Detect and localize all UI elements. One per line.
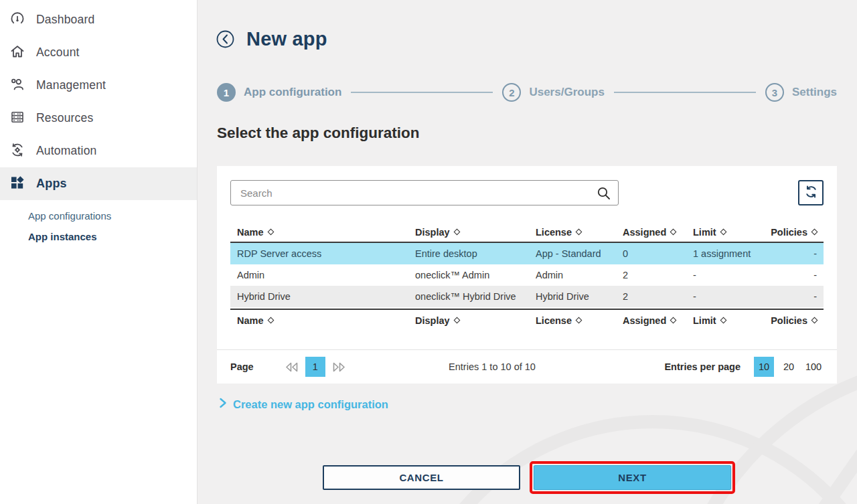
gauge-icon	[9, 11, 25, 29]
next-button[interactable]: NEXT	[534, 465, 731, 490]
step-settings[interactable]: 3 Settings	[765, 83, 837, 102]
step-number: 3	[765, 83, 784, 102]
sidebar-item-automation[interactable]: Automation	[0, 135, 197, 167]
sort-icon	[720, 317, 726, 324]
page-header: New app	[216, 28, 327, 50]
sort-icon	[670, 317, 677, 324]
create-new-app-configuration-link[interactable]: Create new app configuration	[218, 396, 388, 412]
cell-assigned: 0	[616, 248, 686, 259]
cancel-button[interactable]: CANCEL	[323, 465, 520, 490]
automation-icon	[9, 142, 25, 161]
column-header-assigned[interactable]: Assigned	[616, 227, 686, 238]
table-row-rdp-server-access[interactable]: RDP Server access Entire desktop App - S…	[230, 243, 824, 264]
sidebar-item-apps[interactable]: Apps	[0, 167, 197, 200]
cell-policies: -	[763, 248, 824, 259]
step-users-groups[interactable]: 2 Users/Groups	[502, 83, 604, 102]
sidebar-item-management[interactable]: Management	[0, 69, 197, 102]
cell-display: oneclick™ Admin	[408, 270, 529, 280]
home-icon	[9, 44, 25, 62]
search-input[interactable]	[230, 180, 619, 205]
per-page-option-10[interactable]: 10	[754, 357, 774, 377]
sort-icon	[267, 229, 274, 236]
sidebar-item-label: Automation	[36, 144, 97, 158]
cell-license: Admin	[529, 270, 616, 280]
refresh-button[interactable]	[798, 180, 824, 205]
back-button[interactable]	[216, 30, 234, 48]
column-header-display[interactable]: Display	[408, 227, 529, 238]
sidebar-item-label: Apps	[36, 177, 67, 191]
last-page-icon[interactable]	[331, 361, 346, 373]
people-icon	[9, 76, 25, 95]
per-page-option-100[interactable]: 100	[803, 357, 824, 377]
entries-summary: Entries 1 to 10 of 10	[449, 361, 536, 372]
sort-icon	[720, 229, 726, 236]
page-number-button[interactable]: 1	[305, 357, 325, 377]
sort-icon	[576, 229, 582, 236]
sidebar-item-dashboard[interactable]: Dashboard	[0, 3, 197, 36]
column-header-limit[interactable]: Limit	[686, 315, 763, 326]
column-header-assigned[interactable]: Assigned	[616, 315, 686, 326]
chevron-right-icon	[218, 396, 228, 412]
step-label: Settings	[792, 86, 837, 99]
step-number: 1	[217, 83, 236, 102]
cell-name: Admin	[230, 270, 408, 280]
cell-limit: 1 assignment	[686, 248, 763, 259]
cell-limit: -	[686, 270, 763, 280]
table-row-hybrid-drive[interactable]: Hybrid Drive oneclick™ Hybrid Drive Hybr…	[230, 286, 824, 307]
cell-display: Entire desktop	[408, 248, 529, 259]
cell-license: Hybrid Drive	[529, 291, 616, 302]
column-header-policies[interactable]: Policies	[763, 227, 824, 238]
divider	[217, 349, 837, 350]
column-header-display[interactable]: Display	[408, 315, 529, 326]
step-label: Users/Groups	[529, 86, 604, 99]
apps-icon	[9, 175, 25, 193]
sidebar-subitem-app-instances[interactable]: App instances	[28, 226, 197, 247]
cell-assigned: 2	[616, 270, 686, 280]
first-page-icon[interactable]	[285, 361, 299, 373]
sort-icon	[453, 229, 460, 236]
sidebar-item-label: Dashboard	[36, 13, 94, 27]
sort-icon	[811, 317, 818, 324]
cell-policies: -	[763, 291, 824, 302]
stepper-connector	[614, 92, 756, 93]
sidebar-item-label: Management	[36, 78, 106, 92]
table-footer-header: Name Display License Assigned Limit Poli…	[230, 309, 824, 331]
apps-subnav: App configurations App instances	[0, 200, 197, 247]
refresh-icon	[803, 184, 819, 201]
sort-icon	[811, 229, 818, 236]
table-header: Name Display License Assigned Limit Poli…	[230, 222, 824, 243]
sidebar-item-resources[interactable]: Resources	[0, 102, 197, 135]
annotation-highlight-box: NEXT	[530, 461, 735, 494]
sidebar-subitem-app-configurations[interactable]: App configurations	[28, 205, 197, 226]
sort-icon	[670, 229, 677, 236]
step-label: App configuration	[244, 86, 341, 99]
table-row-admin[interactable]: Admin oneclick™ Admin Admin 2 - -	[230, 264, 824, 286]
step-app-configuration[interactable]: 1 App configuration	[217, 83, 341, 102]
column-header-name[interactable]: Name	[230, 315, 408, 326]
subitem-label: App configurations	[28, 210, 111, 222]
column-header-limit[interactable]: Limit	[686, 227, 763, 238]
sidebar-item-label: Account	[36, 46, 80, 60]
screen: Dashboard Account	[0, 0, 857, 504]
column-header-name[interactable]: Name	[230, 227, 408, 238]
column-header-policies[interactable]: Policies	[763, 315, 824, 326]
column-header-license[interactable]: License	[529, 227, 616, 238]
sort-icon	[267, 317, 274, 324]
sidebar-item-account[interactable]: Account	[0, 36, 197, 69]
sidebar-nav: Dashboard Account	[0, 0, 197, 247]
cell-name: Hybrid Drive	[230, 291, 408, 302]
per-page-label: Entries per page	[664, 361, 741, 372]
entries-per-page: Entries per page 10 20 100	[664, 357, 824, 377]
per-page-option-20[interactable]: 20	[779, 357, 799, 377]
pagination: Page 1 Entries 1 to 10 of 10	[230, 355, 824, 378]
column-header-license[interactable]: License	[529, 315, 616, 326]
wizard-stepper: 1 App configuration 2 Users/Groups 3 Set…	[217, 83, 837, 102]
app-config-panel: Name Display License Assigned Limit Poli…	[217, 166, 837, 384]
sidebar-item-label: Resources	[36, 111, 93, 125]
cell-name: RDP Server access	[230, 248, 408, 259]
subitem-label: App instances	[28, 231, 97, 242]
cell-license: App - Standard	[529, 248, 616, 259]
sort-icon	[576, 317, 582, 324]
sort-icon	[453, 317, 460, 324]
cell-policies: -	[763, 270, 824, 280]
